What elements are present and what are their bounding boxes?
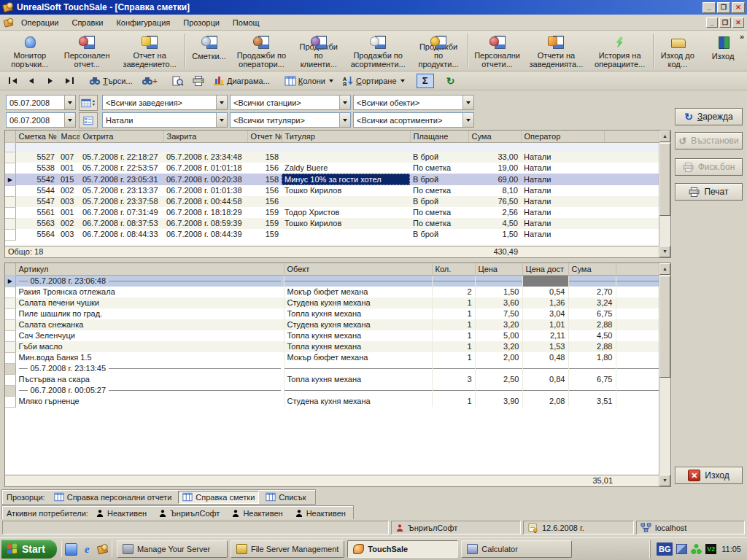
column-header[interactable]: Титуляр xyxy=(282,131,410,142)
toolbar-button[interactable]: Продажби по клиенти... xyxy=(291,31,346,70)
column-header[interactable]: Цена дост xyxy=(522,263,568,275)
scroll-up-button[interactable]: ▲ xyxy=(659,131,670,142)
titulars-combo[interactable]: <Всички титуляри> xyxy=(230,112,351,128)
scroll-down-button[interactable]: ▼ xyxy=(659,475,670,486)
restore-button[interactable]: ❐ xyxy=(717,2,730,13)
menu-item[interactable]: Прозорци xyxy=(177,16,226,29)
user-item[interactable]: Неактивен xyxy=(228,509,285,518)
load-button[interactable]: ↻Зарежда xyxy=(675,108,743,125)
date-from-field[interactable]: 05.07.2008 xyxy=(6,95,76,110)
column-header[interactable]: Артикул xyxy=(15,263,284,275)
user-item[interactable]: Неактивен xyxy=(93,509,150,518)
table-row[interactable]: 05.7.2008 г. 23:13:45 xyxy=(5,363,659,374)
table-row[interactable]: Пиле шашлик по град. Топла кухня механа … xyxy=(5,308,659,319)
menu-item[interactable]: Конфигурация xyxy=(109,16,177,29)
last-record-button[interactable] xyxy=(61,74,77,88)
table-row[interactable]: 5561 001 06.7.2008 г. 07:31:49 06.7.2008… xyxy=(5,207,659,218)
toolbar-button[interactable]: Персонален отчет... xyxy=(58,31,116,70)
scroll-up-button[interactable]: ▲ xyxy=(659,263,670,275)
toolbar-button[interactable]: Изход до код... xyxy=(655,31,701,70)
chevron-down-icon[interactable] xyxy=(216,96,227,109)
table-row[interactable]: 5564 003 06.7.2008 г. 08:44:33 06.7.2008… xyxy=(5,229,659,240)
table-row[interactable]: Ракия Троянска отлежала Мокър бюфет меха… xyxy=(5,287,659,298)
mdi-close-button[interactable]: ✕ xyxy=(732,18,744,28)
stations-combo[interactable]: <Всички станции> xyxy=(230,95,351,110)
toolbar-overflow-chevron[interactable]: » xyxy=(740,32,744,41)
sites-combo[interactable]: <Всички обекти> xyxy=(353,95,474,110)
window-tab[interactable]: Справка персонални отчети xyxy=(50,491,177,504)
table-row[interactable]: Салата снежанка Студена кухня механа 1 3… xyxy=(5,319,659,330)
mdi-restore-button[interactable]: ❐ xyxy=(719,18,731,28)
date-to-field[interactable]: 06.07.2008 xyxy=(6,112,76,128)
column-header[interactable]: Маса xyxy=(58,131,80,142)
molecule-icon[interactable] xyxy=(691,544,702,554)
start-button[interactable]: Start xyxy=(1,540,57,559)
column-header[interactable]: Отчет № xyxy=(247,131,282,142)
task-button[interactable]: TouchSale xyxy=(347,540,458,558)
menu-item[interactable]: Операции xyxy=(15,16,65,29)
column-header[interactable]: Кол. xyxy=(432,263,475,275)
table-row[interactable]: Мляко гърненце Студена кухня механа 1 3,… xyxy=(5,396,659,407)
table-row[interactable]: 5547 003 05.7.2008 г. 23:37:58 06.7.2008… xyxy=(5,196,659,207)
table-row[interactable]: Салата печени чушки Студена кухня механа… xyxy=(5,298,659,308)
prev-record-button[interactable] xyxy=(23,74,39,88)
toolbar-button[interactable]: Монитор поръчки... xyxy=(1,31,58,70)
chevron-down-icon[interactable] xyxy=(462,113,473,127)
toolbar-button[interactable]: Персонални отчети... xyxy=(470,31,525,70)
sum-toggle-button[interactable]: Σ xyxy=(417,74,434,88)
table-row[interactable]: 5544 002 05.7.2008 г. 23:13:37 06.7.2008… xyxy=(5,185,659,196)
window-shortcut-icon[interactable] xyxy=(65,543,77,556)
assortments-combo[interactable]: <Всички асортименти> xyxy=(353,112,474,128)
scrollbar-thumb[interactable] xyxy=(659,143,670,216)
calendar-button[interactable]: ▲▼ xyxy=(79,95,98,111)
table-row[interactable]: ▶ 5542 015 05.7.2008 г. 23:05:31 06.7.20… xyxy=(5,174,659,185)
next-record-button[interactable] xyxy=(42,74,58,88)
toolbar-button[interactable]: Продажби по асортименти... xyxy=(346,31,410,70)
chevron-down-icon[interactable] xyxy=(216,113,227,127)
chevron-down-icon[interactable] xyxy=(64,96,75,109)
venues-combo[interactable]: <Всички заведения> xyxy=(102,95,228,110)
user-item[interactable]: Неактивен xyxy=(292,509,349,518)
toolbar-button[interactable]: Продажби по оператори... xyxy=(232,31,292,70)
table-row[interactable]: 06.7.2008 г. 00:05:27 xyxy=(5,385,659,396)
table-row[interactable]: Пъстърва на скара Топла кухня механа 3 2… xyxy=(5,374,659,385)
network-computers-icon[interactable] xyxy=(676,544,687,554)
chart-button[interactable]: Диаграма... xyxy=(210,74,273,88)
refresh-button[interactable]: ↻ xyxy=(443,74,459,88)
operator-combo[interactable]: Натали xyxy=(102,112,228,128)
table-row[interactable]: 5527 007 05.7.2008 г. 22:18:27 05.7.2008… xyxy=(5,152,659,163)
column-header[interactable]: Сметка № xyxy=(15,131,58,142)
touchsale-shortcut-icon[interactable] xyxy=(97,543,109,555)
toolbar-button[interactable]: Отчет на заведението... xyxy=(116,31,184,70)
chevron-down-icon[interactable] xyxy=(339,113,350,127)
table-row[interactable]: Гъби масло Топла кухня механа 1 3,20 1,5… xyxy=(5,341,659,352)
print-preview-button[interactable] xyxy=(169,74,187,88)
internet-explorer-icon[interactable]: e xyxy=(81,543,93,556)
chevron-down-icon[interactable] xyxy=(339,96,350,109)
chevron-down-icon[interactable] xyxy=(64,113,75,127)
mdi-minimize-button[interactable]: _ xyxy=(706,18,718,28)
articles-vertical-scrollbar[interactable]: ▲ ▼ xyxy=(659,263,670,486)
table-row[interactable] xyxy=(5,142,659,152)
sort-button[interactable]: Сортиране xyxy=(339,74,408,88)
print-button[interactable]: Печат xyxy=(675,183,743,201)
search-button[interactable]: Търси... xyxy=(86,74,136,88)
column-header[interactable]: Сума xyxy=(468,131,521,142)
table-row[interactable]: 5563 002 06.7.2008 г. 08:37:53 06.7.2008… xyxy=(5,218,659,229)
user-item[interactable]: ЪнриълСофт xyxy=(155,509,222,518)
column-header[interactable]: Октрита xyxy=(80,131,163,142)
table-row[interactable]: Мин.вода Банкя 1.5 Мокър бюфет механа 1 … xyxy=(5,352,659,363)
table-row[interactable]: 5538 001 05.7.2008 г. 22:53:57 06.7.2008… xyxy=(5,163,659,174)
list-view-button[interactable] xyxy=(79,112,98,128)
window-tab[interactable]: Справка сметки xyxy=(178,491,259,504)
scrollbar-thumb[interactable] xyxy=(659,276,670,378)
v2-tray-icon[interactable]: V2 xyxy=(705,544,716,554)
close-button[interactable]: ✕ xyxy=(732,2,745,13)
chevron-down-icon[interactable] xyxy=(462,96,473,109)
task-button[interactable]: Manage Your Server xyxy=(117,540,228,558)
toolbar-button[interactable]: История на операциите... xyxy=(588,31,652,70)
column-header[interactable]: Оператор xyxy=(521,131,604,142)
toolbar-button[interactable]: Изход xyxy=(700,31,746,70)
menu-item[interactable]: Помощ xyxy=(226,16,266,29)
column-header[interactable]: Сума xyxy=(568,263,616,275)
